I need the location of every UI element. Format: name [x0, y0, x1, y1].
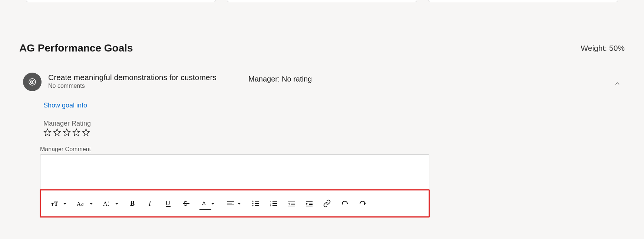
target-icon: [23, 73, 42, 91]
strikethrough-button[interactable]: S: [181, 198, 191, 209]
goal-block: Create meaningful demonstrations for cus…: [0, 54, 644, 217]
chevron-down-icon: [237, 203, 241, 205]
svg-text:A: A: [202, 200, 206, 206]
svg-text:3: 3: [270, 205, 271, 206]
section-header: AG Performance Goals Weight: 50%: [0, 5, 644, 54]
goal-details: Show goal info Manager Rating: [43, 91, 621, 138]
collapse-toggle[interactable]: [614, 80, 621, 87]
numbered-list-button[interactable]: 123: [268, 198, 279, 209]
star-4[interactable]: [72, 128, 80, 138]
svg-line-3: [32, 79, 35, 82]
svg-text:T: T: [54, 200, 58, 207]
svg-text:I: I: [148, 200, 151, 207]
manager-status-value: No rating: [282, 75, 312, 83]
underline-button[interactable]: U: [163, 198, 174, 209]
svg-text:B: B: [130, 200, 135, 207]
manager-status-label: Manager:: [248, 75, 280, 83]
star-1[interactable]: [43, 128, 52, 138]
rating-stars: [43, 128, 621, 138]
italic-button[interactable]: I: [145, 198, 156, 209]
section-weight: Weight: 50%: [581, 44, 625, 53]
goal-title: Create meaningful demonstrations for cus…: [48, 73, 248, 82]
chevron-down-icon: [63, 203, 67, 205]
section-title: AG Performance Goals: [19, 42, 133, 54]
manager-comment-editor: TT Aa A+- B I U S: [40, 154, 429, 217]
manager-rating-label: Manager Rating: [43, 120, 621, 127]
bold-button[interactable]: B: [128, 198, 138, 209]
svg-point-23: [252, 203, 254, 204]
font-size-dropdown[interactable]: A+-: [102, 198, 120, 209]
svg-text:A: A: [77, 201, 81, 207]
indent-button[interactable]: [304, 198, 314, 209]
heading-dropdown[interactable]: TT: [50, 198, 68, 209]
svg-text:U: U: [166, 200, 170, 206]
show-goal-info-link[interactable]: Show goal info: [43, 102, 87, 109]
svg-text:A: A: [103, 200, 108, 207]
outdent-button[interactable]: [286, 198, 297, 209]
top-card: [26, 0, 216, 2]
goal-row: Create meaningful demonstrations for cus…: [23, 73, 621, 91]
chevron-down-icon: [89, 203, 93, 205]
chevron-down-icon: [115, 203, 119, 205]
undo-button[interactable]: [340, 198, 350, 209]
link-button[interactable]: [322, 198, 332, 209]
svg-text:a: a: [81, 201, 84, 207]
chevron-down-icon: [211, 203, 215, 205]
top-card: [227, 0, 417, 2]
svg-point-21: [252, 201, 254, 202]
bullet-list-button[interactable]: [251, 198, 261, 209]
top-cards-row: [0, 0, 644, 5]
font-color-dropdown[interactable]: A: [199, 198, 217, 209]
star-3[interactable]: [63, 128, 71, 138]
svg-text:-: -: [108, 203, 109, 207]
manager-comment-label: Manager Comment: [40, 146, 621, 153]
color-underline-icon: [199, 209, 211, 210]
font-family-dropdown[interactable]: Aa: [76, 198, 94, 209]
rich-text-toolbar: TT Aa A+- B I U S: [40, 189, 430, 218]
svg-point-25: [252, 205, 254, 206]
manager-comment-textarea[interactable]: [40, 155, 429, 188]
goal-text: Create meaningful demonstrations for cus…: [48, 73, 248, 89]
svg-text:T: T: [51, 202, 54, 206]
goal-comments-status: No comments: [48, 83, 248, 89]
star-2[interactable]: [53, 128, 61, 138]
align-dropdown[interactable]: [225, 198, 243, 209]
star-5[interactable]: [82, 128, 90, 138]
goal-manager-status: Manager: No rating: [248, 73, 312, 83]
redo-button[interactable]: [357, 198, 368, 209]
top-card: [428, 0, 618, 2]
